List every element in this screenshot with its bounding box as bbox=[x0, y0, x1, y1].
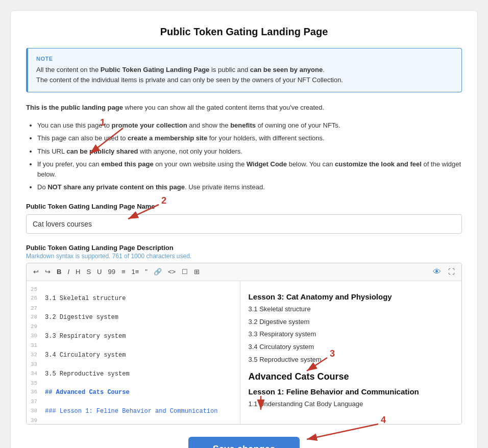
toolbar-italic[interactable]: I bbox=[65, 267, 72, 277]
code-line-27: 27 bbox=[31, 304, 236, 313]
editor-container: ↩ ↪ B I H S U 99 ≡ 1≡ " 🔗 <> ☐ ⊞ 👁 ⛶ 25 … bbox=[26, 263, 462, 425]
preview-item-2: 3.2 Digestive system bbox=[249, 317, 454, 328]
char-count: Markdown syntax is supported. 761 of 100… bbox=[26, 253, 462, 260]
code-line-35: 35 bbox=[31, 379, 236, 388]
note-text-line2: The content of the individual items is p… bbox=[36, 75, 453, 85]
toolbar-ol[interactable]: 1≡ bbox=[129, 267, 142, 277]
save-changes-button[interactable]: Save changes bbox=[188, 437, 300, 448]
toolbar-fullscreen[interactable]: ⛶ bbox=[446, 266, 457, 278]
editor-preview-panel: Lesson 3: Cat Anatomy and Physiology 3.1… bbox=[240, 281, 462, 424]
toolbar-underline[interactable]: U bbox=[94, 267, 104, 277]
preview-item-3: 3.3 Respiratory system bbox=[249, 329, 454, 340]
code-line-29: 29 bbox=[31, 322, 236, 332]
name-field-input[interactable] bbox=[26, 214, 462, 234]
preview-lesson3-title: Lesson 3: Cat Anatomy and Physiology bbox=[249, 292, 454, 301]
intro-text: This is the public landing page where yo… bbox=[26, 103, 462, 113]
editor-code-panel[interactable]: 25 263.1 Skeletal structure 27 283.2 Dig… bbox=[27, 281, 240, 424]
toolbar-bold[interactable]: B bbox=[54, 267, 64, 277]
note-box: NOTE All the content on the Public Token… bbox=[26, 48, 462, 92]
code-line-26: 263.1 Skeletal structure bbox=[31, 294, 236, 304]
preview-item-4: 3.4 Circulatory system bbox=[249, 342, 454, 353]
toolbar-heading[interactable]: H bbox=[73, 267, 83, 277]
bullet-list: You can use this page to promote your co… bbox=[26, 120, 462, 192]
desc-field-label: Public Token Gating Landing Page Descrip… bbox=[26, 244, 462, 252]
toolbar-table[interactable]: ⊞ bbox=[191, 267, 202, 277]
code-line-25: 25 bbox=[31, 285, 236, 294]
bullet-item-1: You can use this page to promote your co… bbox=[37, 120, 462, 131]
code-line-34: 343.5 Reproductive system bbox=[31, 369, 236, 379]
editor-toolbar: ↩ ↪ B I H S U 99 ≡ 1≡ " 🔗 <> ☐ ⊞ 👁 ⛶ bbox=[27, 263, 461, 281]
toolbar-quote[interactable]: 99 bbox=[105, 267, 117, 277]
note-text-line1: All the content on the Public Token Gati… bbox=[36, 65, 453, 75]
code-line-36: 36## Advanced Cats Course bbox=[31, 388, 236, 397]
editor-body: 25 263.1 Skeletal structure 27 283.2 Dig… bbox=[27, 281, 461, 424]
toolbar-link[interactable]: 🔗 bbox=[151, 267, 164, 277]
code-line-33: 33 bbox=[31, 360, 236, 369]
preview-advanced-title: Advanced Cats Course bbox=[249, 371, 454, 382]
bullet-item-3: This URL can be publicly shared with any… bbox=[37, 146, 462, 157]
bullet-item-4: If you prefer, you can embed this page o… bbox=[37, 159, 462, 179]
code-line-32: 323.4 Circulatory system bbox=[31, 351, 236, 360]
toolbar-preview[interactable]: 👁 bbox=[430, 266, 444, 278]
toolbar-blockquote[interactable]: " bbox=[142, 267, 150, 277]
preview-item-5: 3.5 Reproductive system bbox=[249, 355, 454, 365]
code-line-30: 303.3 Respiratory system bbox=[31, 332, 236, 341]
toolbar-ul[interactable]: ≡ bbox=[119, 267, 128, 277]
toolbar-redo[interactable]: ↪ bbox=[42, 267, 53, 277]
name-field-label: Public Token Gating Landing Page Name bbox=[26, 203, 462, 210]
bullet-item-5: Do NOT share any private content on this… bbox=[37, 182, 462, 192]
toolbar-undo[interactable]: ↩ bbox=[31, 267, 41, 277]
code-line-39: 39 bbox=[31, 416, 236, 424]
preview-item-1: 3.1 Skeletal structure bbox=[249, 304, 454, 315]
toolbar-image[interactable]: ☐ bbox=[179, 267, 190, 277]
preview-lesson1-title: Lesson 1: Feline Behavior and Communicat… bbox=[249, 387, 454, 396]
toolbar-strikethrough[interactable]: S bbox=[84, 267, 93, 277]
code-line-28: 283.2 Digestive system bbox=[31, 313, 236, 322]
note-label: NOTE bbox=[36, 56, 453, 62]
page-title: Public Token Gating Landing Page bbox=[26, 26, 462, 38]
toolbar-code[interactable]: <> bbox=[165, 267, 178, 277]
bullet-item-2: This page can also be used to create a m… bbox=[37, 133, 462, 143]
preview-lesson1-item1: 1.1 Understanding Cat Body Language bbox=[249, 399, 454, 410]
code-line-37: 37 bbox=[31, 397, 236, 407]
page-container: 1 2 3 4 Public Token Gating Landing Page… bbox=[10, 10, 478, 448]
code-line-38: 38### Lesson 1: Feline Behavior and Comm… bbox=[31, 407, 236, 416]
code-line-31: 31 bbox=[31, 341, 236, 351]
save-btn-container: Save changes Page saved successfully bbox=[26, 437, 462, 448]
